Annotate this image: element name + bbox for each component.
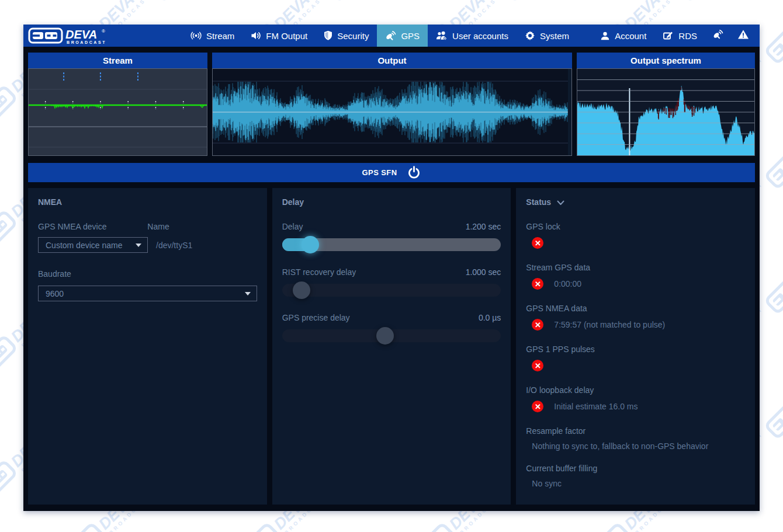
gps-icon: [385, 30, 396, 41]
status-item-label: Stream GPS data: [526, 263, 745, 272]
baudrate-select[interactable]: 9600: [38, 286, 257, 301]
nav-item-fm-output[interactable]: FM Output: [242, 25, 316, 47]
name-label: Name: [147, 222, 257, 231]
nav-item-gps[interactable]: GPS: [377, 25, 428, 47]
nmea-title: NMEA: [38, 197, 257, 207]
status-item-value: No sync: [526, 479, 745, 488]
nmea-panel: NMEA GPS NMEA device Name Custom device …: [28, 188, 267, 505]
gps-sfn-label: GPS SFN: [362, 168, 397, 177]
account-icon: [600, 31, 610, 41]
nav-item-label: Stream: [206, 31, 234, 41]
slider-knob[interactable]: [293, 281, 310, 299]
status-item-value: Initial estimate 16.0 ms: [554, 402, 638, 411]
chevron-down-icon: [245, 292, 251, 295]
content: Stream Output Output spectrum GPS SFN: [23, 47, 760, 505]
status-item-label: I/O loopback delay: [526, 385, 745, 395]
status-item-label: GPS 1 PPS pulses: [526, 345, 745, 354]
chevron-down-icon: [557, 200, 564, 206]
nav-item-label: FM Output: [266, 31, 307, 41]
nav-item-label: User accounts: [452, 31, 508, 41]
slider-knob[interactable]: [376, 327, 394, 345]
status-item-row: ✕: [526, 237, 745, 249]
status-item-value: 0:00:00: [554, 279, 581, 288]
satellite-button[interactable]: [705, 25, 730, 47]
system-icon: [525, 30, 535, 41]
chevron-down-icon: [136, 244, 141, 247]
nav-item-label: GPS: [401, 31, 420, 41]
scopes-row: Stream Output Output spectrum: [28, 53, 755, 156]
slider-value: 1.000 sec: [466, 267, 501, 277]
nav-item-account[interactable]: Account: [592, 25, 654, 47]
status-title-label: Status: [526, 197, 551, 207]
status-item-row: ✕: [526, 360, 745, 371]
slider-label: Delay: [282, 222, 303, 231]
alert-icon: [737, 29, 749, 42]
rds-icon: [663, 30, 674, 41]
brand-logo[interactable]: DEVA ® BROADCAST: [23, 25, 129, 47]
slider-track-2[interactable]: [282, 284, 501, 297]
status-item-label: GPS NMEA data: [526, 304, 745, 313]
slider-track-3[interactable]: [282, 329, 501, 342]
power-icon: [407, 166, 421, 179]
slider-track-1[interactable]: [282, 238, 501, 251]
status-list: GPS lock✕Stream GPS data✕0:00:00GPS NMEA…: [526, 222, 745, 488]
status-item-label: GPS lock: [526, 222, 745, 231]
svg-text:®: ®: [102, 29, 105, 34]
status-item-label: Resample factor: [526, 426, 745, 436]
scope-spectrum-title: Output spectrum: [577, 53, 755, 68]
status-item-row: ✕0:00:00: [526, 278, 745, 290]
nav-item-system[interactable]: System: [517, 25, 577, 47]
nav-item-security[interactable]: Security: [316, 25, 377, 47]
delay-title: Delay: [282, 197, 501, 207]
gps-nmea-device-select[interactable]: Custom device name: [38, 237, 148, 253]
fm-output-icon: [251, 30, 261, 41]
navbar: DEVA ® BROADCAST StreamFM OutputSecurity…: [23, 25, 760, 47]
gps-nmea-device-value: Custom device name: [46, 241, 123, 250]
error-cross-icon: ✕: [532, 360, 543, 371]
status-panel: Status GPS lock✕Stream GPS data✕0:00:00G…: [516, 188, 755, 505]
nav-item-label: Security: [337, 31, 369, 41]
stream-icon: [190, 30, 202, 41]
app-window: DEVA ® BROADCAST StreamFM OutputSecurity…: [23, 25, 760, 511]
slider-value: 1.200 sec: [466, 222, 501, 231]
baudrate-label: Baudrate: [38, 269, 257, 279]
nav-item-user-accounts[interactable]: User accounts: [428, 25, 517, 47]
scope-stream: Stream: [28, 53, 207, 156]
slider-knob[interactable]: [302, 236, 319, 253]
scope-output-title: Output: [212, 53, 572, 68]
slider-head: Delay1.200 sec: [282, 222, 501, 231]
scope-spectrum: Output spectrum: [577, 53, 755, 156]
deva-logo-icon: DEVA ® BROADCAST: [28, 26, 129, 45]
delay-panel: Delay Delay1.200 secRIST recovery delay1…: [272, 188, 511, 505]
settings-columns: NMEA GPS NMEA device Name Custom device …: [28, 188, 755, 505]
error-cross-icon: ✕: [532, 237, 543, 249]
nav-item-label: Account: [615, 31, 646, 41]
power-button[interactable]: [407, 166, 421, 179]
satellite-icon: [712, 29, 723, 42]
error-cross-icon: ✕: [532, 401, 543, 412]
status-title[interactable]: Status: [526, 197, 745, 207]
svg-text:BROADCAST: BROADCAST: [67, 40, 106, 44]
slider-label: RIST recovery delay: [282, 267, 356, 277]
scope-stream-title: Stream: [28, 53, 207, 68]
nmea-device-row: Custom device name /dev/ttyS1: [38, 237, 257, 253]
slider-value: 0.0 µs: [479, 313, 501, 322]
device-name-value: /dev/ttyS1: [156, 241, 192, 250]
status-item-row: ✕7:59:57 (not matched to pulse): [526, 319, 745, 331]
slider-head: GPS precise delay0.0 µs: [282, 313, 501, 322]
gps-sfn-bar: GPS SFN: [28, 163, 755, 182]
scope-spectrum-plot: [577, 68, 755, 156]
nav-item-label: System: [540, 31, 569, 41]
nav-item-stream[interactable]: Stream: [182, 25, 242, 47]
nav-item-label: RDS: [678, 31, 697, 41]
status-item-label: Current buffer filling: [526, 464, 745, 473]
scope-output: Output: [212, 53, 572, 156]
user-accounts-icon: [436, 30, 448, 41]
alert-button[interactable]: [730, 25, 756, 47]
status-item-value: Nothing to sync to, fallback to non-GPS …: [526, 441, 745, 451]
nav-item-rds[interactable]: RDS: [654, 25, 705, 47]
security-icon: [324, 30, 332, 41]
nmea-labels-row: GPS NMEA device Name: [38, 222, 257, 231]
nav-right: AccountRDS: [592, 25, 760, 47]
scope-stream-plot: [28, 68, 207, 156]
